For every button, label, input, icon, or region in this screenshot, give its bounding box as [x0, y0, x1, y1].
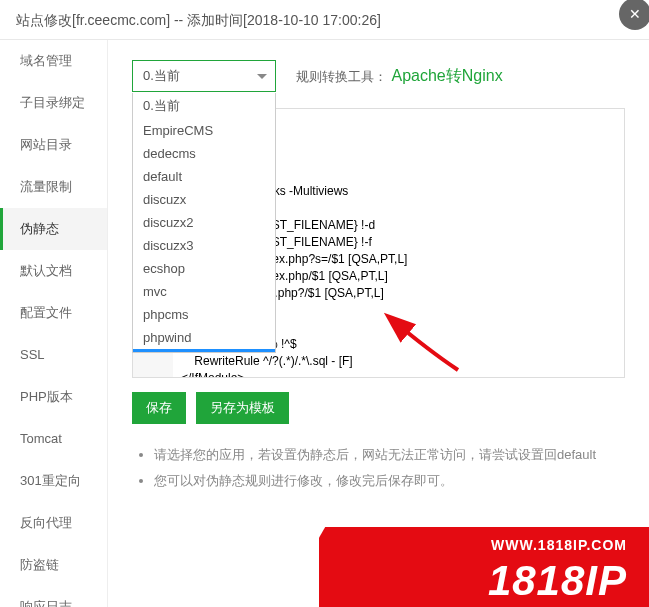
modal-title: 站点修改[fr.ceecmc.com] -- 添加时间[2018-10-10 1… [16, 12, 381, 28]
dropdown-option[interactable]: 0.当前 [133, 93, 275, 119]
sidebar-item[interactable]: 域名管理 [0, 40, 107, 82]
sidebar-item[interactable]: SSL [0, 334, 107, 376]
tip-item: 请选择您的应用，若设置伪静态后，网站无法正常访问，请尝试设置回default [154, 446, 625, 464]
dropdown-option[interactable]: EmpireCMS [133, 119, 275, 142]
save-as-template-button[interactable]: 另存为模板 [196, 392, 289, 424]
sidebar-item[interactable]: 301重定向 [0, 460, 107, 502]
dropdown-option[interactable]: thinkphp [133, 349, 275, 353]
rewrite-template-select[interactable]: 0.当前 [132, 60, 276, 92]
sidebar-item[interactable]: 默认文档 [0, 250, 107, 292]
banner-logo: 1818IP [488, 557, 627, 605]
tip-item: 您可以对伪静态规则进行修改，修改完后保存即可。 [154, 472, 625, 490]
sidebar-item[interactable]: Tomcat [0, 418, 107, 460]
close-icon[interactable]: ✕ [619, 0, 649, 30]
watermark-banner: WWW.1818IP.COM 1818IP [319, 527, 649, 607]
sidebar-item[interactable]: 伪静态 [0, 208, 107, 250]
select-current: 0.当前 [143, 67, 180, 85]
dropdown-option[interactable]: discuzx2 [133, 211, 275, 234]
apache-to-nginx-link[interactable]: Apache转Nginx [391, 67, 502, 84]
sidebar-item[interactable]: 防盗链 [0, 544, 107, 586]
dropdown-option[interactable]: dedecms [133, 142, 275, 165]
dropdown-option[interactable]: discuzx [133, 188, 275, 211]
sidebar-item[interactable]: 反向代理 [0, 502, 107, 544]
sidebar-item[interactable]: 配置文件 [0, 292, 107, 334]
dropdown-option[interactable]: ecshop [133, 257, 275, 280]
banner-url: WWW.1818IP.COM [491, 537, 627, 553]
save-button[interactable]: 保存 [132, 392, 186, 424]
sidebar-item[interactable]: 响应日志 [0, 586, 107, 607]
convert-label: 规则转换工具： [296, 69, 387, 84]
sidebar-item[interactable]: 子目录绑定 [0, 82, 107, 124]
tips-list: 请选择您的应用，若设置伪静态后，网站无法正常访问，请尝试设置回default您可… [132, 446, 625, 490]
sidebar-item[interactable]: PHP版本 [0, 376, 107, 418]
dropdown-option[interactable]: discuzx3 [133, 234, 275, 257]
select-dropdown: 0.当前EmpireCMSdedecmsdefaultdiscuzxdiscuz… [132, 93, 276, 353]
dropdown-option[interactable]: phpcms [133, 303, 275, 326]
sidebar-item[interactable]: 网站目录 [0, 124, 107, 166]
dropdown-option[interactable]: mvc [133, 280, 275, 303]
dropdown-option[interactable]: default [133, 165, 275, 188]
dropdown-option[interactable]: phpwind [133, 326, 275, 349]
sidebar: 域名管理子目录绑定网站目录流量限制伪静态默认文档配置文件SSLPHP版本Tomc… [0, 40, 108, 607]
sidebar-item[interactable]: 流量限制 [0, 166, 107, 208]
